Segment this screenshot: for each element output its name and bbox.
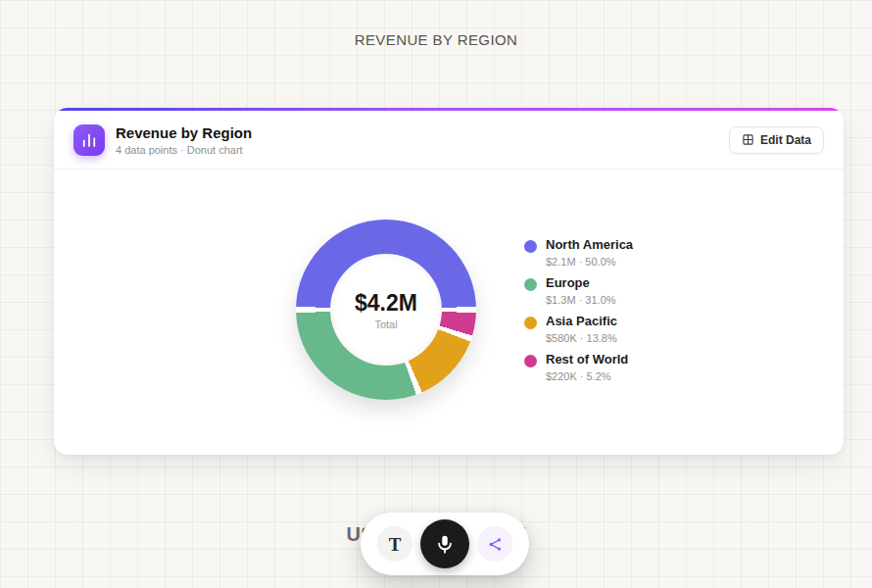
legend-item[interactable]: North America $2.1M · 50.0% [524,238,633,268]
legend-color-dot [524,278,537,291]
legend-label: North America [546,238,633,253]
donut-center: $4.2M Total [330,254,442,366]
legend-text-group: Europe $1.3M · 31.0% [546,276,616,306]
legend-detail: $220K · 5.2% [546,370,628,382]
floating-toolbar: T [361,513,529,575]
legend-label: Europe [546,276,616,291]
legend-detail: $2.1M · 50.0% [546,256,633,268]
legend-item[interactable]: Asia Pacific $580K · 13.8% [524,315,633,344]
microphone-button[interactable] [420,519,469,568]
legend-item[interactable]: Rest of World $220K · 5.2% [524,353,633,382]
legend-color-dot [524,240,537,253]
share-nodes-icon [487,536,504,553]
card-subtitle: 4 data points · Donut chart [116,144,252,156]
legend-color-dot [524,355,537,368]
legend-label: Asia Pacific [546,315,617,329]
card-header: Revenue by Region 4 data points · Donut … [54,111,844,170]
edit-data-button[interactable]: Edit Data [729,126,824,154]
legend-text-group: North America $2.1M · 50.0% [546,238,633,268]
donut-ring[interactable]: $4.2M Total [296,220,476,400]
text-tool-button[interactable]: T [377,526,412,562]
share-button[interactable] [477,526,512,562]
card-title-group: Revenue by Region 4 data points · Donut … [116,124,252,156]
donut-total-value: $4.2M [355,290,417,317]
legend-label: Rest of World [546,353,628,368]
legend-text-group: Rest of World $220K · 5.2% [546,353,628,382]
text-tool-icon: T [389,535,402,554]
table-icon [742,133,754,146]
microphone-icon [434,533,456,555]
legend-detail: $580K · 13.8% [546,332,617,344]
legend-color-dot [524,317,537,329]
chart-widget-card: Revenue by Region 4 data points · Donut … [54,108,844,455]
page-title: REVENUE BY REGION [0,31,872,48]
legend-item[interactable]: Europe $1.3M · 31.0% [524,276,633,306]
canvas-background: { "page": { "top_title": "REVENUE BY REG… [0,0,872,588]
donut-total-label: Total [374,318,397,330]
chart-area: $4.2M Total North America $2.1M · 50.0% … [54,170,844,454]
card-title: Revenue by Region [116,124,252,142]
edit-data-label: Edit Data [760,133,811,147]
bar-chart-icon [73,124,105,156]
legend-detail: $1.3M · 31.0% [546,294,616,306]
chart-legend: North America $2.1M · 50.0% Europe $1.3M… [524,238,633,382]
legend-text-group: Asia Pacific $580K · 13.8% [546,315,617,344]
